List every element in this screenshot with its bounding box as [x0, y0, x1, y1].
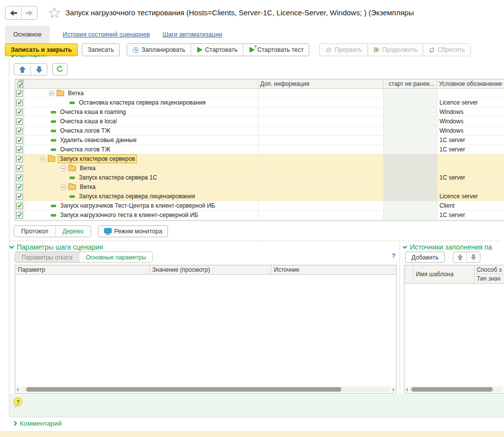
tree-cell[interactable]: Ветка	[24, 89, 258, 98]
checkbox-checked-icon[interactable]	[16, 165, 23, 172]
checkbox-checked-icon[interactable]	[16, 156, 23, 162]
template-name-column-header[interactable]: Имя шаблона	[413, 265, 474, 283]
table-row[interactable]: Ветка	[15, 89, 504, 98]
designation-cell[interactable]: Licence server	[437, 192, 504, 201]
start-not-earlier-cell[interactable]	[383, 126, 437, 135]
table-row[interactable]: Запуск кластеров серверов	[15, 154, 504, 164]
tree-cell[interactable]: Запуск кластера сервера лицензирования	[24, 192, 258, 201]
help-link[interactable]: ?	[392, 252, 396, 259]
tree-column-header[interactable]	[24, 79, 258, 88]
designation-cell[interactable]: Client	[437, 201, 504, 210]
tab-history-link[interactable]: История состояний сценариев	[63, 26, 150, 43]
extra-info-column-header[interactable]: Доп. информация	[258, 79, 383, 88]
start-button[interactable]: Стартовать	[191, 44, 243, 56]
tree-cell[interactable]: Удалить сеансовые данные	[24, 136, 258, 145]
designation-cell[interactable]	[437, 154, 504, 163]
tree-cell[interactable]: Запуск кластеров серверов	[24, 154, 258, 163]
collapse-icon[interactable]	[61, 184, 66, 190]
table-row[interactable]: Запуск нагрузочного теста в клиент-серве…	[15, 211, 504, 220]
table-row[interactable]: Запуск кластера сервера 1С1C server	[15, 173, 504, 182]
value-type-column-header[interactable]: Тип знач	[474, 274, 504, 283]
checkbox-checked-icon[interactable]	[16, 109, 23, 115]
extra-info-cell[interactable]	[258, 211, 383, 219]
table-row[interactable]: Удалить сеансовые данные1C server	[15, 136, 504, 145]
start-not-earlier-cell[interactable]	[383, 145, 437, 154]
start-not-earlier-cell[interactable]	[383, 136, 437, 145]
checkbox-checked-icon[interactable]	[16, 137, 23, 144]
add-button[interactable]: Добавить	[405, 252, 445, 263]
tree-cell[interactable]: Запуск нагрузочного теста в клиент-серве…	[24, 211, 258, 219]
checkbox-checked-icon[interactable]	[16, 203, 23, 209]
scroll-left-arrow[interactable]	[16, 388, 19, 392]
tree-cell[interactable]: Запуск нагрузчиков Тест-Центра в клиент-…	[24, 201, 258, 210]
checkbox-checked-icon[interactable]	[16, 90, 23, 97]
source-column-header[interactable]: Источник	[271, 265, 396, 274]
comment-section-header[interactable]: Комментарий	[13, 420, 62, 427]
scroll-right-arrow[interactable]	[393, 388, 395, 392]
interrupt-button[interactable]: Прервать	[320, 44, 367, 56]
refresh-button[interactable]	[52, 63, 67, 75]
checkbox-checked-icon[interactable]	[16, 193, 23, 200]
extra-info-cell[interactable]	[258, 173, 383, 182]
extra-info-cell[interactable]	[258, 117, 383, 126]
table-row[interactable]: Очистка кэша в localWindows	[15, 117, 504, 126]
tree-cell[interactable]: Ветка	[24, 164, 258, 173]
start-not-earlier-cell[interactable]	[383, 173, 437, 182]
designation-cell[interactable]: 1C server	[437, 136, 504, 145]
extra-info-cell[interactable]	[258, 145, 383, 154]
move-up-button-disabled[interactable]	[453, 252, 467, 262]
extra-info-cell[interactable]	[258, 126, 383, 135]
save-button[interactable]: Записать	[82, 43, 120, 56]
checkbox-checked-icon[interactable]	[16, 118, 23, 125]
designation-cell[interactable]	[437, 182, 504, 191]
checkbox-checked-icon[interactable]	[16, 128, 23, 134]
fill-sources-header[interactable]: Источники заполнения па	[403, 243, 504, 251]
table-row[interactable]: Ветка	[15, 182, 504, 192]
panel-splitter[interactable]	[400, 243, 400, 394]
extra-info-cell[interactable]	[258, 192, 383, 201]
table-row[interactable]: Очистка логов ТЖWindows	[15, 126, 504, 136]
tree-view-button[interactable]: Дерево	[55, 226, 91, 237]
start-not-earlier-cell[interactable]	[383, 201, 437, 210]
start-not-earlier-cell[interactable]	[383, 211, 437, 219]
scroll-track[interactable]	[20, 387, 391, 392]
designation-cell[interactable]: Windows	[437, 126, 504, 135]
extra-info-cell[interactable]	[258, 154, 383, 163]
designation-cell[interactable]: 1C server	[437, 211, 504, 219]
tree-cell[interactable]: Запуск кластера сервера 1С	[24, 173, 258, 182]
extra-info-cell[interactable]	[258, 98, 383, 107]
designation-cell[interactable]	[437, 89, 504, 98]
reset-button[interactable]: Сбросить	[423, 44, 470, 56]
tab-rollback-params[interactable]: Параметры отката	[15, 252, 79, 262]
checkbox-checked-icon[interactable]	[16, 184, 23, 190]
start-not-earlier-cell[interactable]	[383, 117, 437, 126]
tree-cell[interactable]: Очистка логов ТЖ	[24, 145, 258, 154]
start-not-earlier-cell[interactable]	[383, 154, 437, 163]
tab-automation-link[interactable]: Шаги автоматизации	[163, 26, 222, 43]
move-up-button[interactable]	[14, 64, 31, 75]
extra-info-cell[interactable]	[258, 201, 383, 210]
start-not-earlier-cell[interactable]	[383, 164, 437, 173]
extra-info-cell[interactable]	[258, 108, 383, 116]
continue-button[interactable]: Продолжить	[368, 44, 423, 56]
method-column-header[interactable]: Способ з	[474, 265, 504, 274]
table-row[interactable]: Ветка	[15, 164, 504, 173]
designation-cell[interactable]: Windows	[437, 117, 504, 126]
start-not-earlier-cell[interactable]	[383, 89, 437, 98]
designation-cell[interactable]	[437, 164, 504, 173]
table-row[interactable]: Очистка логов ТЖ1C server	[15, 145, 504, 154]
tree-cell[interactable]: Очистка кэша в local	[24, 117, 258, 126]
tree-cell[interactable]: Очистка кэша в roaming	[24, 108, 258, 116]
monitor-mode-button[interactable]: Режим монитора	[98, 225, 168, 237]
param-column-header[interactable]: Параметр	[15, 265, 150, 274]
schedule-button[interactable]: Запланировать	[127, 44, 191, 56]
start-not-earlier-cell[interactable]	[383, 182, 437, 191]
help-bubble-icon[interactable]: ?	[14, 398, 22, 406]
move-down-button-disabled[interactable]	[467, 252, 480, 262]
scroll-track[interactable]	[409, 387, 503, 392]
start-not-earlier-cell[interactable]	[383, 108, 437, 116]
step-params-header[interactable]: Параметры шага сценария	[10, 243, 103, 251]
tree-cell[interactable]: Ветка	[24, 182, 258, 191]
collapse-icon[interactable]	[40, 156, 45, 162]
table-row[interactable]: Запуск кластера сервера лицензированияLi…	[15, 192, 504, 201]
